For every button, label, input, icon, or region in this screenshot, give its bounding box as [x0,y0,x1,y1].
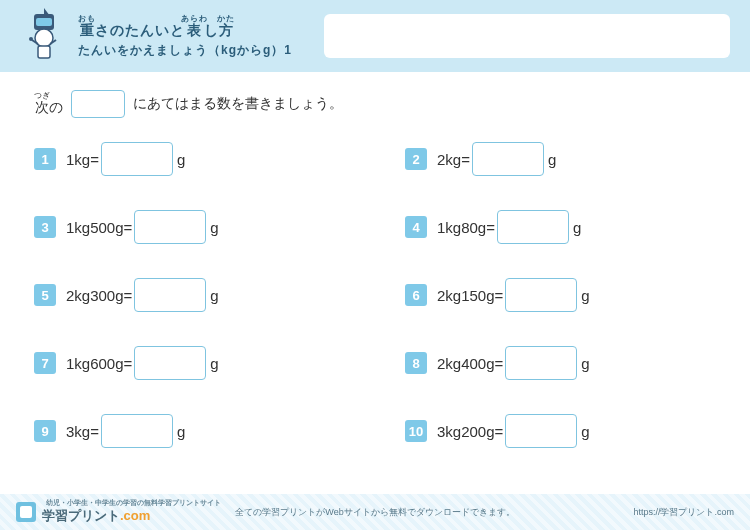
mascot-icon [20,8,66,64]
problem-row: 71kg600g=g [34,346,345,380]
problem-number-badge: 4 [405,216,427,238]
problem-expression: 1kg= [66,151,99,168]
problem-row: 82kg400g=g [405,346,716,380]
problem-number-badge: 8 [405,352,427,374]
worksheet-subtitle: たんいをかえましょう（kgからg）1 [78,42,292,59]
problem-row: 11kg=g [34,142,345,176]
footer-logo-icon [16,502,36,522]
footer-brand: 学習プリント [42,508,120,523]
problem-unit: g [210,287,218,304]
footer-tagline: 幼児・小学生・中学生の学習の無料学習プリントサイト [46,499,221,507]
footer-brand-suffix: .com [120,508,150,523]
answer-box[interactable] [505,278,577,312]
problem-unit: g [581,287,589,304]
answer-box[interactable] [472,142,544,176]
problem-number-badge: 6 [405,284,427,306]
problem-row: 41kg80g=g [405,210,716,244]
problem-number-badge: 10 [405,420,427,442]
worksheet-header: 重おもさのたんいと表あらわし方かた たんいをかえましょう（kgからg）1 [0,0,750,72]
svg-point-6 [29,37,33,41]
problem-number-badge: 2 [405,148,427,170]
problem-number-badge: 3 [34,216,56,238]
instruction-suffix: にあてはまる数を書きましょう。 [133,95,343,113]
answer-box[interactable] [134,346,206,380]
header-titles: 重おもさのたんいと表あらわし方かた たんいをかえましょう（kgからg）1 [78,14,292,59]
problem-unit: g [177,423,185,440]
instruction-text: 次つぎの にあてはまる数を書きましょう。 [34,90,716,118]
worksheet-footer: 幼児・小学生・中学生の学習の無料学習プリントサイト 学習プリント.com 全ての… [0,494,750,530]
problem-row: 103kg200g=g [405,414,716,448]
problem-expression: 1kg500g= [66,219,132,236]
answer-box[interactable] [101,142,173,176]
footer-logo: 幼児・小学生・中学生の学習の無料学習プリントサイト 学習プリント.com [16,499,221,525]
problem-number-badge: 7 [34,352,56,374]
instruction-prefix: 次つぎの [34,91,63,117]
problem-row: 93kg=g [34,414,345,448]
problem-row: 31kg500g=g [34,210,345,244]
answer-box[interactable] [505,414,577,448]
problem-number-badge: 5 [34,284,56,306]
problem-expression: 2kg= [437,151,470,168]
problem-unit: g [581,355,589,372]
problem-row: 52kg300g=g [34,278,345,312]
problem-expression: 2kg400g= [437,355,503,372]
instruction-blank-box [71,90,125,118]
answer-box[interactable] [505,346,577,380]
footer-url: https://学習プリント.com [633,506,734,519]
svg-rect-4 [38,46,50,58]
problem-unit: g [573,219,581,236]
name-input-box[interactable] [324,14,730,58]
problem-expression: 1kg80g= [437,219,495,236]
answer-box[interactable] [101,414,173,448]
problem-number-badge: 1 [34,148,56,170]
problem-unit: g [210,355,218,372]
footer-center-text: 全ての学習プリントがWebサイトから無料でダウンロードできます。 [235,506,514,519]
answer-box[interactable] [134,278,206,312]
problem-number-badge: 9 [34,420,56,442]
problem-expression: 3kg= [66,423,99,440]
problem-expression: 2kg150g= [437,287,503,304]
problem-expression: 1kg600g= [66,355,132,372]
worksheet-title: 重おもさのたんいと表あらわし方かた [78,14,292,40]
problem-expression: 2kg300g= [66,287,132,304]
svg-rect-1 [36,18,52,26]
problem-row: 22kg=g [405,142,716,176]
problems-grid: 11kg=g22kg=g31kg500g=g41kg80g=g52kg300g=… [34,142,716,448]
problem-expression: 3kg200g= [437,423,503,440]
worksheet-content: 次つぎの にあてはまる数を書きましょう。 11kg=g22kg=g31kg500… [0,72,750,458]
answer-box[interactable] [134,210,206,244]
problem-unit: g [581,423,589,440]
problem-unit: g [548,151,556,168]
problem-row: 62kg150g=g [405,278,716,312]
problem-unit: g [177,151,185,168]
problem-unit: g [210,219,218,236]
answer-box[interactable] [497,210,569,244]
